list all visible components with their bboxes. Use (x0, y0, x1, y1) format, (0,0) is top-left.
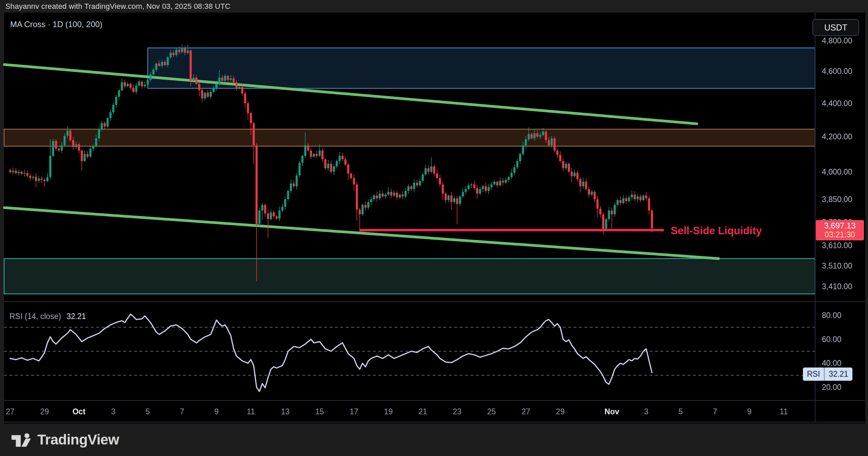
currency-toggle-button[interactable]: USDT (812, 19, 859, 36)
price-scale[interactable] (816, 13, 865, 422)
tradingview-screenshot: Shayannv created with TradingView.com, N… (0, 0, 868, 456)
rsi-axis-badge: RSI 32.21 (803, 368, 852, 381)
last-price-value: 3,697.13 (824, 221, 855, 231)
attribution-bar: Shayannv created with TradingView.com, N… (0, 0, 868, 13)
bar-countdown: 03:21:30 (825, 231, 855, 239)
time-scale[interactable] (4, 401, 815, 422)
footer-bar: TradingView (0, 423, 868, 456)
rsi-indicator-name: RSI (14, close) (9, 312, 61, 321)
rsi-indicator-legend[interactable]: RSI (14, close)32.21 (9, 312, 86, 321)
sell-side-liquidity-label[interactable]: Sell-Side Liquidity (671, 225, 762, 237)
rsi-badge-label: RSI (803, 368, 824, 381)
rsi-badge-value: 32.21 (825, 368, 852, 381)
rsi-indicator-value: 32.21 (66, 312, 86, 321)
tradingview-wordmark: TradingView (37, 432, 119, 448)
attribution-text: Shayannv created with TradingView.com, N… (5, 2, 231, 11)
last-price-label: 3,697.13 03:21:30 (816, 220, 864, 240)
tradingview-logo-icon (12, 432, 31, 448)
indicator-legend[interactable]: MA Cross · 1D (100, 200) (10, 20, 102, 29)
